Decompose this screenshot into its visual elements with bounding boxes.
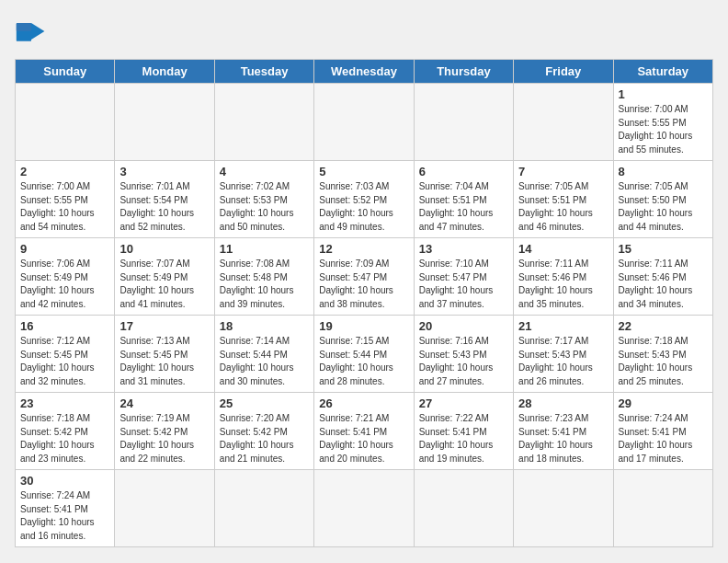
- day-number: 23: [20, 396, 109, 410]
- weekday-header: Sunday: [16, 60, 115, 84]
- day-number: 5: [319, 165, 408, 178]
- day-number: 3: [119, 165, 209, 178]
- day-info: Sunrise: 7:15 AM Sunset: 5:44 PM Dayligh…: [319, 335, 408, 388]
- page: SundayMondayTuesdayWednesdayThursdayFrid…: [0, 0, 728, 562]
- calendar-cell: 26Sunrise: 7:21 AM Sunset: 5:41 PM Dayli…: [314, 393, 414, 470]
- calendar-cell: 1Sunrise: 7:00 AM Sunset: 5:55 PM Daylig…: [613, 84, 712, 161]
- calendar-cell: 23Sunrise: 7:18 AM Sunset: 5:42 PM Dayli…: [16, 393, 115, 470]
- logo-icon: [15, 15, 48, 48]
- calendar-cell: 5Sunrise: 7:03 AM Sunset: 5:52 PM Daylig…: [314, 161, 414, 238]
- day-info: Sunrise: 7:21 AM Sunset: 5:41 PM Dayligh…: [319, 412, 408, 465]
- day-number: 19: [319, 319, 408, 333]
- calendar-cell: 19Sunrise: 7:15 AM Sunset: 5:44 PM Dayli…: [314, 316, 414, 393]
- calendar-cell: [414, 470, 513, 547]
- calendar-cell: 12Sunrise: 7:09 AM Sunset: 5:47 PM Dayli…: [314, 238, 414, 316]
- day-info: Sunrise: 7:08 AM Sunset: 5:48 PM Dayligh…: [220, 258, 309, 311]
- day-info: Sunrise: 7:14 AM Sunset: 5:44 PM Dayligh…: [220, 335, 309, 388]
- day-number: 14: [518, 242, 608, 256]
- calendar-cell: 9Sunrise: 7:06 AM Sunset: 5:49 PM Daylig…: [16, 238, 115, 316]
- day-number: 28: [518, 396, 608, 410]
- calendar-cell: 3Sunrise: 7:01 AM Sunset: 5:54 PM Daylig…: [115, 161, 214, 238]
- day-number: 21: [518, 319, 608, 333]
- weekday-header: Thursday: [414, 60, 513, 84]
- calendar-week-row: 30Sunrise: 7:24 AM Sunset: 5:41 PM Dayli…: [16, 470, 713, 547]
- calendar-cell: [115, 84, 214, 161]
- calendar-cell: 27Sunrise: 7:22 AM Sunset: 5:41 PM Dayli…: [414, 393, 513, 470]
- day-number: 24: [119, 396, 209, 410]
- day-info: Sunrise: 7:24 AM Sunset: 5:41 PM Dayligh…: [619, 412, 708, 465]
- day-number: 10: [119, 242, 209, 256]
- day-number: 27: [419, 396, 508, 410]
- weekday-header: Wednesday: [314, 60, 414, 84]
- day-info: Sunrise: 7:05 AM Sunset: 5:50 PM Dayligh…: [619, 180, 708, 234]
- day-number: 4: [220, 165, 309, 178]
- logo: [15, 15, 51, 48]
- calendar-cell: 7Sunrise: 7:05 AM Sunset: 5:51 PM Daylig…: [514, 161, 613, 238]
- calendar-cell: [514, 470, 613, 547]
- day-number: 25: [220, 396, 309, 410]
- day-info: Sunrise: 7:20 AM Sunset: 5:42 PM Dayligh…: [220, 412, 309, 465]
- day-info: Sunrise: 7:03 AM Sunset: 5:52 PM Dayligh…: [319, 180, 408, 234]
- calendar-cell: [514, 84, 613, 161]
- calendar-cell: 10Sunrise: 7:07 AM Sunset: 5:49 PM Dayli…: [115, 238, 214, 316]
- day-number: 13: [419, 242, 508, 256]
- day-info: Sunrise: 7:00 AM Sunset: 5:55 PM Dayligh…: [20, 180, 109, 234]
- day-info: Sunrise: 7:23 AM Sunset: 5:41 PM Dayligh…: [518, 412, 608, 465]
- calendar-cell: 17Sunrise: 7:13 AM Sunset: 5:45 PM Dayli…: [115, 316, 214, 393]
- day-number: 16: [20, 319, 109, 333]
- day-info: Sunrise: 7:10 AM Sunset: 5:47 PM Dayligh…: [419, 258, 508, 311]
- calendar-cell: 22Sunrise: 7:18 AM Sunset: 5:43 PM Dayli…: [613, 316, 712, 393]
- calendar-cell: [613, 470, 712, 547]
- day-number: 18: [220, 319, 309, 333]
- weekday-header: Saturday: [613, 60, 712, 84]
- calendar-cell: 30Sunrise: 7:24 AM Sunset: 5:41 PM Dayli…: [16, 470, 115, 547]
- weekday-header: Friday: [514, 60, 613, 84]
- day-number: 30: [20, 474, 109, 488]
- day-number: 1: [619, 87, 708, 101]
- day-info: Sunrise: 7:24 AM Sunset: 5:41 PM Dayligh…: [20, 489, 109, 543]
- calendar-cell: 2Sunrise: 7:00 AM Sunset: 5:55 PM Daylig…: [16, 161, 115, 238]
- day-info: Sunrise: 7:07 AM Sunset: 5:49 PM Dayligh…: [119, 258, 209, 311]
- calendar-cell: [314, 84, 414, 161]
- calendar-cell: [214, 470, 313, 547]
- day-info: Sunrise: 7:18 AM Sunset: 5:43 PM Dayligh…: [619, 335, 708, 388]
- day-info: Sunrise: 7:09 AM Sunset: 5:47 PM Dayligh…: [319, 258, 408, 311]
- calendar-cell: 21Sunrise: 7:17 AM Sunset: 5:43 PM Dayli…: [514, 316, 613, 393]
- calendar-cell: [16, 84, 115, 161]
- day-info: Sunrise: 7:06 AM Sunset: 5:49 PM Dayligh…: [20, 258, 109, 311]
- day-number: 11: [220, 242, 309, 256]
- day-number: 17: [119, 319, 209, 333]
- calendar-week-row: 23Sunrise: 7:18 AM Sunset: 5:42 PM Dayli…: [16, 393, 713, 470]
- day-number: 29: [619, 396, 708, 410]
- day-info: Sunrise: 7:01 AM Sunset: 5:54 PM Dayligh…: [119, 180, 209, 234]
- calendar-week-row: 2Sunrise: 7:00 AM Sunset: 5:55 PM Daylig…: [16, 161, 713, 238]
- calendar-cell: [314, 470, 414, 547]
- calendar-cell: 13Sunrise: 7:10 AM Sunset: 5:47 PM Dayli…: [414, 238, 513, 316]
- weekday-header: Tuesday: [214, 60, 313, 84]
- day-info: Sunrise: 7:19 AM Sunset: 5:42 PM Dayligh…: [119, 412, 209, 465]
- day-number: 26: [319, 396, 408, 410]
- calendar-cell: 16Sunrise: 7:12 AM Sunset: 5:45 PM Dayli…: [16, 316, 115, 393]
- day-number: 7: [518, 165, 608, 178]
- calendar-cell: 4Sunrise: 7:02 AM Sunset: 5:53 PM Daylig…: [214, 161, 313, 238]
- calendar-cell: 20Sunrise: 7:16 AM Sunset: 5:43 PM Dayli…: [414, 316, 513, 393]
- day-number: 20: [419, 319, 508, 333]
- day-number: 15: [619, 242, 708, 256]
- weekday-header: Monday: [115, 60, 214, 84]
- day-number: 2: [20, 165, 109, 178]
- calendar-cell: 18Sunrise: 7:14 AM Sunset: 5:44 PM Dayli…: [214, 316, 313, 393]
- calendar-cell: [414, 84, 513, 161]
- day-info: Sunrise: 7:12 AM Sunset: 5:45 PM Dayligh…: [20, 335, 109, 388]
- calendar-table: SundayMondayTuesdayWednesdayThursdayFrid…: [15, 59, 713, 547]
- day-info: Sunrise: 7:00 AM Sunset: 5:55 PM Dayligh…: [619, 103, 708, 156]
- day-info: Sunrise: 7:18 AM Sunset: 5:42 PM Dayligh…: [20, 412, 109, 465]
- day-info: Sunrise: 7:02 AM Sunset: 5:53 PM Dayligh…: [220, 180, 309, 234]
- calendar-week-row: 9Sunrise: 7:06 AM Sunset: 5:49 PM Daylig…: [16, 238, 713, 316]
- calendar-cell: 15Sunrise: 7:11 AM Sunset: 5:46 PM Dayli…: [613, 238, 712, 316]
- day-info: Sunrise: 7:22 AM Sunset: 5:41 PM Dayligh…: [419, 412, 508, 465]
- calendar-cell: 25Sunrise: 7:20 AM Sunset: 5:42 PM Dayli…: [214, 393, 313, 470]
- calendar-cell: 8Sunrise: 7:05 AM Sunset: 5:50 PM Daylig…: [613, 161, 712, 238]
- day-info: Sunrise: 7:16 AM Sunset: 5:43 PM Dayligh…: [419, 335, 508, 388]
- day-number: 6: [419, 165, 508, 178]
- day-info: Sunrise: 7:04 AM Sunset: 5:51 PM Dayligh…: [419, 180, 508, 234]
